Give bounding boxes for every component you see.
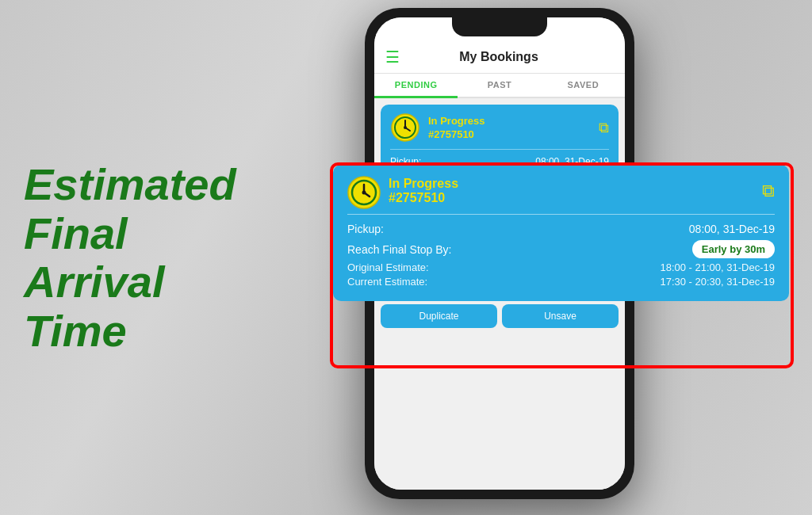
tab-saved[interactable]: SAVED: [542, 74, 625, 97]
expanded-current-row: Current Estimate: 17:30 - 20:30, 31-Dec-…: [347, 276, 775, 288]
expanded-original-value: 18:00 - 21:00, 31-Dec-19: [660, 261, 775, 273]
expanded-pickup-row: Pickup: 08:00, 31-Dec-19: [347, 223, 775, 235]
expanded-reach-label: Reach Final Stop By:: [347, 243, 452, 256]
expanded-original-label: Original Estimate:: [347, 261, 429, 273]
phone-notch: [452, 17, 547, 36]
expanded-header: In Progress #2757510 ⧉: [347, 176, 775, 215]
expanded-current-label: Current Estimate:: [347, 276, 427, 288]
booking-status-group: In Progress #2757510: [428, 115, 485, 140]
expanded-id: #2757510: [389, 191, 458, 205]
expanded-reach-row: Reach Final Stop By: Early by 30m: [347, 240, 775, 258]
duplicate-button[interactable]: Duplicate: [381, 304, 497, 328]
expanded-copy-icon[interactable]: ⧉: [762, 181, 775, 201]
expanded-current-value: 17:30 - 20:30, 31-Dec-19: [660, 276, 775, 288]
expanded-early-badge: Early by 30m: [692, 240, 775, 258]
app-title: My Bookings: [408, 50, 590, 64]
tabs-bar: PENDING PAST SAVED: [374, 74, 625, 98]
booking-status: In Progress: [428, 115, 485, 128]
expanded-booking-card: In Progress #2757510 ⧉ Pickup: 08:00, 31…: [333, 165, 789, 301]
hamburger-icon[interactable]: ☰: [385, 48, 400, 67]
unsave-button[interactable]: Unsave: [502, 304, 619, 328]
expanded-status: In Progress: [389, 177, 458, 191]
tab-past[interactable]: PAST: [458, 74, 541, 97]
clock-icon: [390, 113, 420, 143]
expanded-status-group: In Progress #2757510: [389, 177, 458, 205]
expanded-pickup-value: 08:00, 31-Dec-19: [689, 223, 775, 235]
headline-text: Estimated Final Arrival Time: [24, 160, 236, 355]
expanded-original-row: Original Estimate: 18:00 - 21:00, 31-Dec…: [347, 261, 775, 273]
headline-line4: Time: [24, 307, 236, 356]
headline-line2: Final: [24, 208, 236, 258]
expanded-pickup-label: Pickup:: [347, 223, 384, 235]
headline-line1: Estimated: [24, 160, 236, 209]
tab-pending[interactable]: PENDING: [374, 74, 458, 98]
booking-id: #2757510: [428, 128, 485, 140]
expanded-clock-icon: [347, 176, 377, 206]
svg-point-4: [404, 126, 407, 129]
action-row: Duplicate Unsave: [381, 304, 619, 328]
booking-card-header: In Progress #2757510 ⧉: [390, 113, 609, 150]
headline-line3: Arrival: [24, 258, 236, 307]
copy-icon[interactable]: ⧉: [599, 120, 609, 136]
svg-point-9: [362, 191, 366, 195]
app-header: ☰ My Bookings: [374, 41, 625, 74]
